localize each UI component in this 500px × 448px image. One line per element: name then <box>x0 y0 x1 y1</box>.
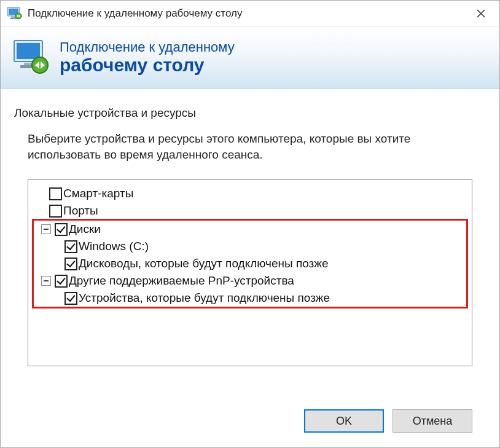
checkbox-pnp[interactable] <box>55 275 68 288</box>
tree-item-smartcards[interactable]: Смарт-карты <box>28 185 472 202</box>
titlebar-title: Подключение к удаленному рабочему столу <box>28 7 467 20</box>
svg-point-4 <box>15 13 21 19</box>
tree-item-drives[interactable]: Диски <box>34 221 466 238</box>
instruction-text: Выберите устройства и ресурсы этого комп… <box>28 131 486 162</box>
tree-item-pnp[interactable]: Другие поддерживаемые PnP-устройства <box>34 272 466 289</box>
tree-item-drives-later[interactable]: Дисководы, которые будут подключены позж… <box>34 255 466 272</box>
rdc-icon <box>7 7 23 20</box>
rdc-dialog: Подключение к удаленному рабочему столу … <box>0 0 500 448</box>
tree-label: Порты <box>63 204 98 218</box>
tree-item-ports[interactable]: Порты <box>28 202 472 219</box>
section-title: Локальные устройства и ресурсы <box>14 106 486 120</box>
tree-item-windows-c[interactable]: Windows (C:) <box>34 238 466 255</box>
checkbox-smartcards[interactable] <box>49 187 62 200</box>
tree-label: Диски <box>69 222 101 236</box>
svg-rect-7 <box>24 63 33 65</box>
tree-label: Windows (C:) <box>79 240 149 253</box>
checkbox-drives-later[interactable] <box>64 257 77 270</box>
tree-item-pnp-later[interactable]: Устройства, которые будут подключены поз… <box>34 289 466 307</box>
checkbox-drives[interactable] <box>55 223 68 236</box>
cancel-button[interactable]: Отмена <box>393 409 472 433</box>
rdc-large-icon <box>12 38 51 77</box>
checkbox-ports[interactable] <box>49 205 62 218</box>
svg-point-9 <box>32 57 48 73</box>
svg-rect-6 <box>17 43 40 59</box>
banner-text: Подключение к удаленному рабочему столу <box>60 39 235 76</box>
banner-line1: Подключение к удаленному <box>60 39 235 55</box>
checkbox-windows-c[interactable] <box>64 240 77 253</box>
expander-icon[interactable] <box>41 276 51 286</box>
dialog-body: Локальные устройства и ресурсы Выберите … <box>1 89 499 447</box>
checkbox-pnp-later[interactable] <box>64 292 77 305</box>
expander-icon[interactable] <box>41 224 51 234</box>
tree-label: Другие поддерживаемые PnP-устройства <box>69 274 294 288</box>
ok-button[interactable]: OK <box>304 409 384 433</box>
tree-label: Смарт-карты <box>63 187 133 200</box>
banner-line2: рабочему столу <box>60 55 235 76</box>
tree-label: Устройства, которые будут подключены поз… <box>79 291 330 305</box>
tree-label: Дисководы, которые будут подключены позж… <box>79 257 329 270</box>
button-row: OK Отмена <box>14 398 486 439</box>
banner: Подключение к удаленному рабочему столу <box>1 26 499 89</box>
close-icon[interactable] <box>467 4 494 23</box>
device-tree: Смарт-карты Порты Диски Windows (C:) <box>28 179 472 366</box>
titlebar: Подключение к удаленному рабочему столу <box>1 1 499 26</box>
highlighted-region: Диски Windows (C:) Дисководы, которые бу… <box>32 219 468 308</box>
